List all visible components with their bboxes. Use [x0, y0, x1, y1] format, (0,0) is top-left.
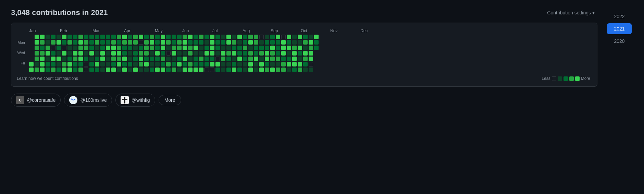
- day-cell[interactable]: [292, 35, 297, 39]
- day-cell[interactable]: [117, 62, 121, 66]
- day-cell[interactable]: [205, 35, 209, 39]
- day-cell[interactable]: [309, 35, 313, 39]
- day-cell[interactable]: [221, 62, 225, 66]
- day-cell[interactable]: [254, 62, 258, 66]
- day-cell[interactable]: [265, 51, 269, 56]
- day-cell[interactable]: [57, 40, 61, 45]
- day-cell[interactable]: [155, 51, 160, 56]
- day-cell[interactable]: [155, 57, 160, 61]
- year-button-2021[interactable]: 2021: [607, 23, 632, 34]
- day-cell[interactable]: [117, 46, 121, 50]
- day-cell[interactable]: [188, 35, 193, 39]
- day-cell[interactable]: [210, 51, 214, 56]
- day-cell[interactable]: [210, 62, 214, 66]
- day-cell[interactable]: [172, 35, 176, 39]
- day-cell[interactable]: [276, 51, 280, 56]
- day-cell[interactable]: [248, 35, 253, 39]
- day-cell[interactable]: [84, 35, 88, 39]
- day-cell[interactable]: [292, 57, 297, 61]
- day-cell[interactable]: [111, 57, 116, 61]
- day-cell[interactable]: [100, 57, 105, 61]
- day-cell[interactable]: [281, 40, 286, 45]
- day-cell[interactable]: [73, 40, 77, 45]
- day-cell[interactable]: [62, 68, 66, 72]
- day-cell[interactable]: [78, 46, 83, 50]
- learn-contributions-link[interactable]: Learn how we count contributions: [17, 76, 78, 81]
- org-100mslive-button[interactable]: @100mslive: [64, 94, 112, 107]
- day-cell[interactable]: [166, 46, 171, 50]
- day-cell[interactable]: [270, 40, 275, 45]
- day-cell[interactable]: [265, 46, 269, 50]
- day-cell[interactable]: [128, 51, 132, 56]
- day-cell[interactable]: [161, 68, 165, 72]
- day-cell[interactable]: [161, 62, 165, 66]
- day-cell[interactable]: [95, 35, 99, 39]
- day-cell[interactable]: [29, 57, 34, 61]
- day-cell[interactable]: [265, 68, 269, 72]
- day-cell[interactable]: [270, 57, 275, 61]
- day-cell[interactable]: [309, 62, 313, 66]
- day-cell[interactable]: [46, 68, 50, 72]
- day-cell[interactable]: [46, 40, 50, 45]
- day-cell[interactable]: [155, 62, 160, 66]
- day-cell[interactable]: [232, 46, 236, 50]
- day-cell[interactable]: [128, 35, 132, 39]
- day-cell[interactable]: [51, 51, 55, 56]
- contribution-settings-button[interactable]: Contribution settings ▾: [544, 9, 597, 17]
- day-cell[interactable]: [221, 46, 225, 50]
- day-cell[interactable]: [133, 62, 138, 66]
- day-cell[interactable]: [51, 40, 55, 45]
- more-orgs-button[interactable]: More: [159, 95, 181, 105]
- day-cell[interactable]: [139, 57, 143, 61]
- day-cell[interactable]: [35, 35, 39, 39]
- day-cell[interactable]: [62, 57, 66, 61]
- day-cell[interactable]: [188, 46, 193, 50]
- day-cell[interactable]: [84, 46, 88, 50]
- day-cell[interactable]: [309, 40, 313, 45]
- day-cell[interactable]: [194, 68, 198, 72]
- day-cell[interactable]: [215, 35, 220, 39]
- day-cell[interactable]: [205, 62, 209, 66]
- day-cell[interactable]: [35, 51, 39, 56]
- day-cell[interactable]: [29, 46, 34, 50]
- day-cell[interactable]: [117, 40, 121, 45]
- day-cell[interactable]: [248, 57, 253, 61]
- day-cell[interactable]: [210, 40, 214, 45]
- day-cell[interactable]: [111, 40, 116, 45]
- day-cell[interactable]: [287, 62, 291, 66]
- day-cell[interactable]: [172, 46, 176, 50]
- day-cell[interactable]: [128, 57, 132, 61]
- day-cell[interactable]: [122, 68, 127, 72]
- day-cell[interactable]: [106, 35, 110, 39]
- day-cell[interactable]: [188, 51, 193, 56]
- day-cell[interactable]: [122, 35, 127, 39]
- day-cell[interactable]: [67, 68, 72, 72]
- day-cell[interactable]: [117, 57, 121, 61]
- day-cell[interactable]: [51, 68, 55, 72]
- day-cell[interactable]: [73, 62, 77, 66]
- day-cell[interactable]: [199, 62, 203, 66]
- day-cell[interactable]: [243, 46, 247, 50]
- day-cell[interactable]: [265, 62, 269, 66]
- day-cell[interactable]: [40, 68, 45, 72]
- day-cell[interactable]: [287, 35, 291, 39]
- day-cell[interactable]: [166, 68, 171, 72]
- day-cell[interactable]: [188, 68, 193, 72]
- day-cell[interactable]: [177, 51, 182, 56]
- day-cell[interactable]: [199, 46, 203, 50]
- day-cell[interactable]: [62, 35, 66, 39]
- day-cell[interactable]: [40, 35, 45, 39]
- day-cell[interactable]: [46, 46, 50, 50]
- day-cell[interactable]: [51, 57, 55, 61]
- org-coronasafe-button[interactable]: C @coronasafe: [11, 94, 61, 107]
- day-cell[interactable]: [232, 51, 236, 56]
- day-cell[interactable]: [133, 40, 138, 45]
- day-cell[interactable]: [309, 46, 313, 50]
- day-cell[interactable]: [292, 62, 297, 66]
- day-cell[interactable]: [84, 68, 88, 72]
- day-cell[interactable]: [298, 40, 302, 45]
- day-cell[interactable]: [248, 40, 253, 45]
- day-cell[interactable]: [161, 51, 165, 56]
- day-cell[interactable]: [177, 35, 182, 39]
- day-cell[interactable]: [177, 57, 182, 61]
